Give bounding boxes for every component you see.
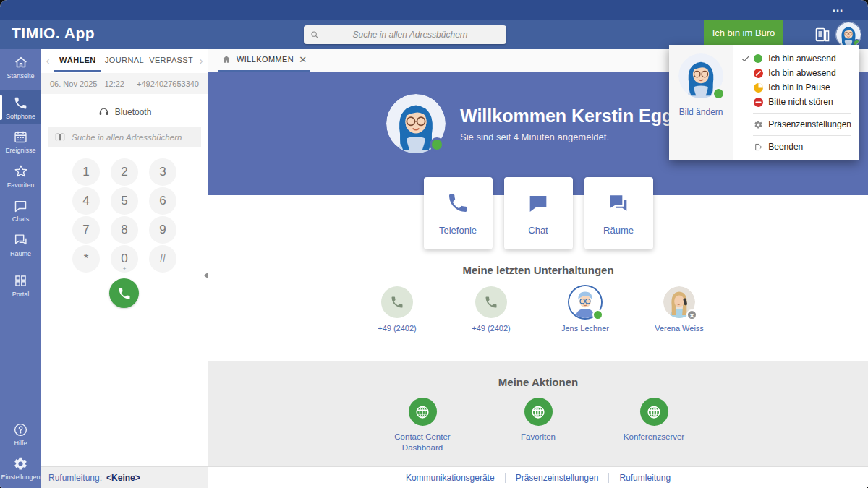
sidebar-item-favoriten[interactable]: Favoriten xyxy=(0,158,41,193)
keypad-key-5[interactable]: 5 xyxy=(111,187,138,215)
dial-keypad: 1 2 3 4 5 6 7 8 9 * 0+ # xyxy=(72,158,177,273)
chat-icon xyxy=(13,198,28,213)
footer-link-praesenzeinstellungen[interactable]: Präsenzeinstellungen xyxy=(516,473,599,483)
sidebar-item-portal[interactable]: Portal xyxy=(0,268,41,302)
welcome-subtitle: Sie sind seit 4 Minuten angemeldet. xyxy=(460,132,690,142)
journal-icon[interactable] xyxy=(814,26,833,43)
sidebar-item-einstellungen[interactable]: Einstellungen xyxy=(0,451,41,488)
keypad-key-3[interactable]: 3 xyxy=(149,158,176,186)
tabs-next-icon[interactable]: › xyxy=(195,55,208,67)
settings-footer: Kommunikationsgeräte Präsenzeinstellunge… xyxy=(208,466,868,488)
sidebar-item-softphone[interactable]: Softphone xyxy=(0,90,41,124)
menu-item-abwesend[interactable]: Ich bin abwesend xyxy=(737,66,851,80)
headset-icon xyxy=(98,106,110,118)
keypad-key-8[interactable]: 8 xyxy=(111,216,138,244)
keypad-key-2[interactable]: 2 xyxy=(111,158,138,186)
card-telefonie[interactable]: Telefonie xyxy=(424,177,493,249)
menu-divider xyxy=(753,113,851,114)
addressbook-search-input[interactable] xyxy=(72,133,195,142)
action-contact-center-dashboard[interactable]: Contact Center Dashboard xyxy=(382,398,463,453)
user-avatar[interactable] xyxy=(836,22,861,47)
recent-item-jens-lechner[interactable]: Jens Lechner xyxy=(554,286,616,333)
action-konferenzserver[interactable]: Konferenzserver xyxy=(613,398,694,442)
recent-item-call-1[interactable]: +49 (2402) xyxy=(366,286,428,333)
audio-device-selector[interactable]: Bluetooth xyxy=(41,106,208,118)
sidebar-item-label: Einstellungen xyxy=(1,474,40,481)
tab-journal[interactable]: JOURNAL xyxy=(101,49,148,72)
card-label: Räume xyxy=(603,225,634,236)
recent-item-verena-weiss[interactable]: ✕ Verena Weiss xyxy=(648,286,710,333)
more-options-icon[interactable]: … xyxy=(832,1,845,14)
sidebar-item-label: Startseite xyxy=(7,72,34,80)
menu-item-anwesend[interactable]: Ich bin anwesend xyxy=(737,51,851,66)
pause-status-icon xyxy=(753,82,763,93)
dialer-tabbar: ‹ WÄHLEN JOURNAL VERPASST › xyxy=(41,49,208,72)
exit-icon xyxy=(753,142,763,152)
recent-title: Meine letzten Unterhaltungen xyxy=(208,264,868,276)
card-raeume[interactable]: Räume xyxy=(584,177,653,249)
keypad-key-6[interactable]: 6 xyxy=(149,187,176,215)
presence-status-button[interactable]: Ich bin im Büro xyxy=(704,20,783,45)
tabs-prev-icon[interactable]: ‹ xyxy=(41,55,54,67)
menu-item-beenden[interactable]: Beenden xyxy=(737,140,851,154)
tab-verpasst[interactable]: VERPASST xyxy=(148,49,195,72)
action-label: Favoriten xyxy=(521,432,556,442)
global-search-input[interactable] xyxy=(320,30,501,40)
footer-link-rufumleitung[interactable]: Rufumleitung xyxy=(619,473,671,483)
recent-item-call-2[interactable]: +49 (2402) xyxy=(460,286,522,333)
change-image-link[interactable]: Bild ändern xyxy=(679,107,723,117)
call-forwarding-bar[interactable]: Rufumleitung: <Keine> xyxy=(41,466,208,488)
global-search[interactable] xyxy=(304,25,506,44)
sidebar-item-chats[interactable]: Chats xyxy=(0,193,41,227)
grid-icon xyxy=(13,273,28,288)
keypad-key-4[interactable]: 4 xyxy=(72,187,100,215)
keypad-key-hash[interactable]: # xyxy=(149,245,176,273)
card-chat[interactable]: Chat xyxy=(504,177,573,249)
last-call-number: +4924027653340 xyxy=(137,80,199,88)
phone-icon xyxy=(484,295,498,309)
chat-icon xyxy=(527,192,550,215)
presence-dropdown-menu: Bild ändern Ich bin anwesend Ich bin abw… xyxy=(669,45,859,160)
forwarding-value: <Keine> xyxy=(106,473,140,483)
presence-menu-items: Ich bin anwesend Ich bin abwesend Ich bi… xyxy=(733,45,859,160)
addressbook-icon xyxy=(54,132,66,143)
recent-item-label: Verena Weiss xyxy=(655,324,704,333)
card-label: Chat xyxy=(528,225,548,236)
sidebar-item-raeume[interactable]: Räume xyxy=(0,227,41,262)
menu-item-praesenzeinstellungen[interactable]: Präsenzeinstellungen xyxy=(737,117,851,132)
help-icon xyxy=(13,422,28,437)
last-call-entry[interactable]: 06. Nov 2025 12:22 +4924027653340 xyxy=(41,73,208,94)
keypad-key-0[interactable]: 0+ xyxy=(111,245,138,273)
menu-item-label: Präsenzeinstellungen xyxy=(768,119,851,129)
tab-label: WILLKOMMEN xyxy=(237,55,294,64)
menu-item-pause[interactable]: Ich bin in Pause xyxy=(737,80,851,95)
welcome-avatar xyxy=(386,94,446,153)
call-button[interactable] xyxy=(109,278,139,308)
tab-willkommen[interactable]: WILLKOMMEN ✕ xyxy=(218,49,310,72)
keypad-plus-hint: + xyxy=(111,265,138,272)
keypad-key-1[interactable]: 1 xyxy=(72,158,100,186)
addressbook-search[interactable] xyxy=(48,127,201,147)
menu-divider xyxy=(753,135,851,136)
menu-item-nicht-stoeren[interactable]: Bitte nicht stören xyxy=(737,95,851,109)
sidebar-divider xyxy=(6,265,35,265)
rooms-icon xyxy=(13,232,29,248)
search-icon xyxy=(310,30,320,40)
card-label: Telefonie xyxy=(439,225,477,236)
footer-link-kommunikationsgeraete[interactable]: Kommunikationsgeräte xyxy=(406,473,495,483)
keypad-key-star[interactable]: * xyxy=(72,245,100,273)
sidebar-item-ereignisse[interactable]: Ereignisse xyxy=(0,124,41,158)
tab-waehlen[interactable]: WÄHLEN xyxy=(54,49,101,72)
keypad-key-9[interactable]: 9 xyxy=(149,216,176,244)
online-status-dot xyxy=(592,309,603,320)
sidebar-item-startseite[interactable]: Startseite xyxy=(0,49,41,84)
last-call-date: 06. Nov 2025 xyxy=(50,80,97,88)
keypad-key-7[interactable]: 7 xyxy=(72,216,100,244)
action-favoriten[interactable]: Favoriten xyxy=(498,398,579,442)
sidebar-item-hilfe[interactable]: Hilfe xyxy=(0,417,41,451)
dialer-panel: ‹ WÄHLEN JOURNAL VERPASST › 06. Nov 2025… xyxy=(41,49,208,488)
away-status-icon xyxy=(753,68,763,78)
tab-close-icon[interactable]: ✕ xyxy=(299,54,307,65)
sidebar-item-label: Portal xyxy=(12,291,30,298)
online-status-dot xyxy=(430,137,444,152)
